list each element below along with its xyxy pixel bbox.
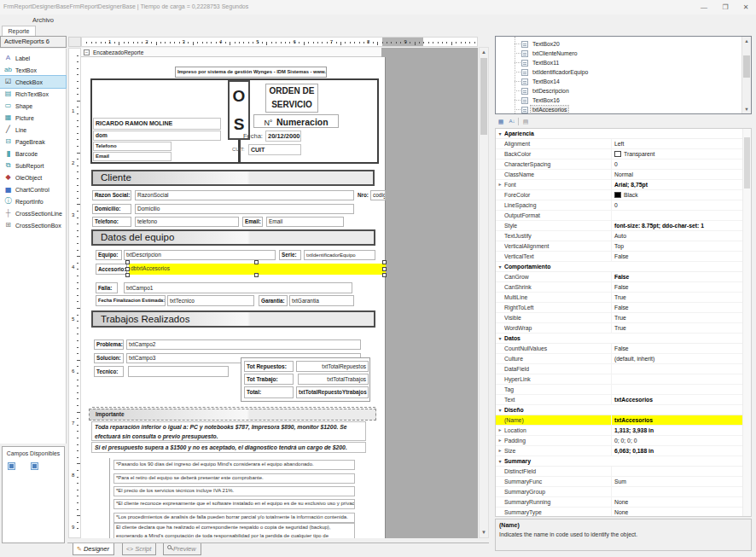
menu-archivo[interactable]: Archivo bbox=[29, 15, 57, 25]
problema-label[interactable]: Problema: bbox=[94, 339, 124, 350]
toolbox-item-subreport[interactable]: ⧉SubReport bbox=[0, 160, 66, 171]
importante-section-header[interactable]: Importante bbox=[89, 409, 376, 421]
property-row-style[interactable]: Stylefont-size: 8.75pt; ddo-char-set: 1 bbox=[496, 221, 751, 231]
cuit-value[interactable]: CUIT bbox=[248, 144, 301, 155]
tab-reporte[interactable]: Reporte bbox=[2, 26, 36, 36]
tree-item-txtClienteNumero[interactable]: txtClienteNumero bbox=[496, 49, 735, 58]
domicilio-value[interactable]: Domicilio bbox=[135, 204, 354, 214]
fecha-finalizacion-value[interactable]: txtTecnico bbox=[167, 295, 254, 306]
toolbox-item-shape[interactable]: ▭Shape bbox=[0, 100, 66, 112]
serie-value[interactable]: txtIdentificadorEquipo bbox=[304, 250, 375, 260]
selection-handle[interactable] bbox=[382, 260, 387, 264]
fecha-label[interactable]: Fecha: bbox=[243, 132, 263, 140]
property-row-text[interactable]: TexttxtAccesorios bbox=[496, 395, 751, 405]
falla-value[interactable]: txtCampo1 bbox=[124, 282, 352, 293]
scroll-up-icon[interactable]: ▲ bbox=[742, 37, 751, 45]
property-row-summaryrunning[interactable]: SummaryRunningNone bbox=[496, 497, 751, 508]
selection-handle[interactable] bbox=[254, 273, 259, 277]
property-row-name[interactable]: (Name)txtAccesorios bbox=[496, 415, 751, 426]
razon-social-value[interactable]: RazonSocial bbox=[135, 190, 354, 200]
toolbox-item-crosssectionbox[interactable]: ⊞CrossSectionBox bbox=[0, 219, 66, 231]
tree-item-txtIdentificadorEquipo[interactable]: txtIdentificadorEquipo bbox=[496, 67, 735, 77]
scrollbar-thumb[interactable] bbox=[744, 137, 750, 189]
selection-handle[interactable] bbox=[125, 267, 130, 271]
tab-designer[interactable]: ✎Designer bbox=[73, 543, 114, 555]
property-row-location[interactable]: ▸Location1,313; 3,938 in bbox=[496, 426, 751, 436]
section-header-bar[interactable]: − EncabezadoReporte bbox=[81, 48, 478, 57]
telefono-value[interactable]: telefono bbox=[135, 217, 239, 227]
tree-scrollbar[interactable]: ▲ ▼ bbox=[741, 37, 751, 113]
field-icon[interactable] bbox=[8, 462, 15, 470]
trabajos-section-header[interactable]: Trabajos Realizados bbox=[91, 310, 375, 328]
scroll-up-icon[interactable]: ▲ bbox=[480, 48, 488, 57]
company-email-field[interactable]: Email bbox=[93, 152, 172, 161]
property-row-alignment[interactable]: AlignmentLeft bbox=[496, 139, 751, 149]
company-dom-field[interactable]: dom bbox=[93, 131, 221, 141]
property-category-summary[interactable]: ▾Summary bbox=[496, 456, 751, 467]
property-row-summaryfunc[interactable]: SummaryFuncSum bbox=[496, 477, 751, 487]
os-letters-box[interactable]: O S bbox=[228, 80, 250, 140]
telefono-label[interactable]: Telefono: bbox=[92, 217, 131, 227]
tot-trabajo-value[interactable]: txtTotalTrabajos bbox=[298, 374, 369, 385]
toolbox-item-textbox[interactable]: abTextBox bbox=[0, 64, 66, 76]
collapse-section-icon[interactable]: − bbox=[84, 49, 90, 55]
property-row-tag[interactable]: Tag bbox=[496, 385, 751, 395]
propgrid-scrollbar[interactable] bbox=[742, 129, 751, 516]
property-row-wordwrap[interactable]: WordWrapTrue bbox=[496, 323, 751, 334]
cliente-section-header[interactable]: Cliente bbox=[91, 170, 375, 186]
cuit-label[interactable]: CUIT: bbox=[232, 147, 245, 152]
property-category-datos[interactable]: ▾Datos bbox=[496, 334, 751, 344]
printed-by-label[interactable]: Impreso por sistema de gestión Wynges - … bbox=[175, 67, 327, 78]
serie-label[interactable]: Serie: bbox=[279, 250, 301, 260]
property-row-characterspacing[interactable]: CharacterSpacing0 bbox=[496, 160, 751, 170]
toolbox-item-reportinfo[interactable]: ⓘReportInfo bbox=[0, 195, 66, 207]
tecnico-value[interactable] bbox=[128, 366, 229, 377]
property-pages-icon[interactable]: ▤ bbox=[520, 117, 531, 126]
selection-handle[interactable] bbox=[125, 273, 130, 277]
property-row-padding[interactable]: ▸Padding0; 0; 0; 0 bbox=[496, 436, 751, 446]
property-row-summarytype[interactable]: SummaryTypeNone bbox=[496, 508, 751, 517]
tecnico-label[interactable]: Tecnico: bbox=[94, 366, 124, 377]
equipo-section-header[interactable]: Datos del equipo bbox=[91, 229, 375, 246]
property-row-canshrink[interactable]: CanShrinkFalse bbox=[496, 282, 751, 293]
tab-preview[interactable]: Preview bbox=[163, 543, 201, 555]
email-label[interactable]: Email: bbox=[242, 217, 263, 227]
property-row-datafield[interactable]: DataField bbox=[496, 364, 751, 374]
property-row-size[interactable]: ▸Size6,063; 0,188 in bbox=[496, 446, 751, 456]
equipo-label[interactable]: Equipo: bbox=[96, 250, 122, 260]
field-icon[interactable] bbox=[31, 462, 38, 470]
property-row-outputformat[interactable]: OutputFormat bbox=[496, 211, 751, 221]
property-row-culture[interactable]: Culture(default, inherit) bbox=[496, 354, 751, 364]
accesorio-label[interactable]: Accesorio: bbox=[96, 264, 127, 275]
tree-item-txtAccesorios[interactable]: txtAccesorios bbox=[496, 105, 735, 114]
company-name-field[interactable]: RICARDO RAMON MOLINE bbox=[93, 118, 221, 130]
domicilio-label[interactable]: Domicilio: bbox=[92, 204, 131, 214]
note-field[interactable]: *El precio de los servicios técnicos inc… bbox=[113, 486, 355, 496]
toolbox-item-richtextbox[interactable]: ▤RichTextBox bbox=[0, 88, 66, 100]
categorized-icon[interactable]: ▦ bbox=[496, 117, 506, 126]
problema-value[interactable]: txtCampo2 bbox=[126, 339, 361, 350]
garantia-value[interactable]: txtGarantia bbox=[289, 295, 354, 306]
property-row-hyperlink[interactable]: HyperLink bbox=[496, 374, 751, 385]
tab-script[interactable]: <>Script bbox=[122, 543, 156, 555]
toolbox-item-crosssectionline[interactable]: ┼CrossSectionLine bbox=[0, 207, 66, 219]
tot-repuestos-label[interactable]: Tot Repuestos: bbox=[244, 361, 294, 372]
property-row-textjustify[interactable]: TextJustifyAuto bbox=[496, 231, 751, 241]
tree-item-txtDescripcion[interactable]: txtDescripcion bbox=[496, 86, 735, 96]
property-row-distinctfield[interactable]: DistinctField bbox=[496, 467, 751, 477]
property-row-cangrow[interactable]: CanGrowFalse bbox=[496, 272, 751, 282]
note-field[interactable]: *El cliente reconoce expresamente que el… bbox=[113, 499, 355, 509]
falla-label[interactable]: Falla: bbox=[96, 282, 118, 293]
fecha-finalizacion-label[interactable]: Fecha Finalizacion Estimada: bbox=[96, 295, 166, 306]
tree-item-TextBox16[interactable]: TextBox16 bbox=[496, 96, 735, 105]
importante-para1[interactable]: Toda reparación inferior o igual a: PC y… bbox=[91, 421, 366, 441]
note-field[interactable]: *Pasando los 90 días del ingreso del equ… bbox=[113, 460, 355, 470]
property-category-apariencia[interactable]: ▾Apariencia bbox=[496, 129, 751, 139]
property-category-diseño[interactable]: ▾Diseño bbox=[496, 405, 751, 415]
toolbox-item-chartcontrol[interactable]: ▅ChartControl bbox=[0, 183, 66, 195]
minimize-button[interactable]: — bbox=[696, 2, 712, 13]
garantia-label[interactable]: Garantia: bbox=[259, 295, 288, 306]
toolbox-item-oleobject[interactable]: ◆OleObject bbox=[0, 171, 66, 183]
property-row-visible[interactable]: VisibleTrue bbox=[496, 313, 751, 323]
selection-handle[interactable] bbox=[125, 260, 130, 264]
